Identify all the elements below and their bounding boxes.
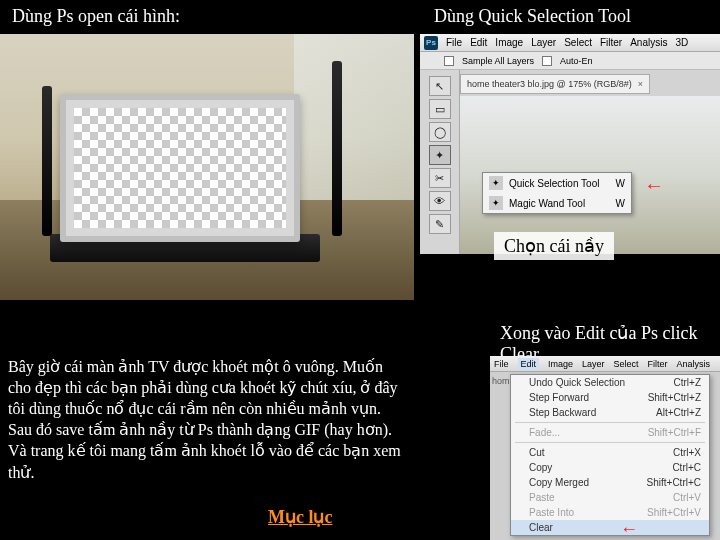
edit-pasteinto-shortcut: Shift+Ctrl+V <box>647 507 701 518</box>
edit-copymerged-label: Copy Merged <box>529 477 589 488</box>
menu2-analysis[interactable]: Analysis <box>677 359 711 369</box>
photoshop-panel: Ps File Edit Image Layer Select Filter A… <box>420 34 720 254</box>
edit-cut-label: Cut <box>529 447 545 458</box>
flyout-quick-selection[interactable]: ✦ Quick Selection Tool W <box>483 173 631 193</box>
lasso-tool-icon[interactable]: ◯ <box>429 122 451 142</box>
brush-tool-icon[interactable]: ✎ <box>429 214 451 234</box>
menu2-layer[interactable]: Layer <box>582 359 605 369</box>
edit-clear-label: Clear <box>529 522 553 533</box>
edit-dropdown-menu: Undo Quick Selection Ctrl+Z Step Forward… <box>510 374 710 536</box>
menu2-edit[interactable]: Edit <box>518 358 540 370</box>
flyout-magic-shortcut: W <box>616 198 625 209</box>
edit-paste-label: Paste <box>529 492 555 503</box>
edit-copy-shortcut: Ctrl+C <box>672 462 701 473</box>
quick-selection-tool-icon[interactable]: ✦ <box>429 145 451 165</box>
crop-tool-icon[interactable]: ✂ <box>429 168 451 188</box>
edit-pasteinto-label: Paste Into <box>529 507 574 518</box>
link-muc-luc[interactable]: Mục lục <box>268 506 332 528</box>
menu2-file[interactable]: File <box>494 359 509 369</box>
edit-stepfwd-label: Step Forward <box>529 392 589 403</box>
menu2-image[interactable]: Image <box>548 359 573 369</box>
menu-3d[interactable]: 3D <box>675 37 688 48</box>
ps-toolbar: ↖ ▭ ◯ ✦ ✂ 👁 ✎ <box>420 70 460 254</box>
checkbox-sample-all-layers[interactable] <box>444 56 454 66</box>
magic-wand-icon: ✦ <box>489 196 503 210</box>
photo-room-tv-transparent <box>0 34 414 300</box>
edit-stepfwd-shortcut: Shift+Ctrl+Z <box>648 392 701 403</box>
flyout-quick-shortcut: W <box>616 178 625 189</box>
menu2-filter[interactable]: Filter <box>648 359 668 369</box>
red-arrow-clear-icon: ← <box>620 519 638 540</box>
speaker-right <box>332 61 342 236</box>
tv-transparent-checker <box>74 108 286 228</box>
quick-selection-icon: ✦ <box>489 176 503 190</box>
edit-step-backward[interactable]: Step Backward Alt+Ctrl+Z <box>511 405 709 420</box>
edit-fade: Fade... Shift+Ctrl+F <box>511 425 709 440</box>
edit-undo-label: Undo Quick Selection <box>529 377 625 388</box>
instruction-paragraph: Bây giờ cái màn ảnh TV được khoét một ô … <box>8 356 408 483</box>
edit-copy[interactable]: Copy Ctrl+C <box>511 460 709 475</box>
annotation-chon-cai-nay: Chọn cái nầy <box>494 232 614 260</box>
edit-undo[interactable]: Undo Quick Selection Ctrl+Z <box>511 375 709 390</box>
label-sample-all-layers: Sample All Layers <box>462 56 534 66</box>
edit-paste: Paste Ctrl+V <box>511 490 709 505</box>
edit-paste-shortcut: Ctrl+V <box>673 492 701 503</box>
flyout-magic-label: Magic Wand Tool <box>509 198 585 209</box>
photoshop-edit-menu-panel: File Edit Image Layer Select Filter Anal… <box>490 356 720 540</box>
ps-options-bar: Sample All Layers Auto-En <box>420 52 720 70</box>
edit-cut[interactable]: Cut Ctrl+X <box>511 445 709 460</box>
menu-analysis[interactable]: Analysis <box>630 37 667 48</box>
ps-menu-items: File Edit Image Layer Select Filter Anal… <box>440 37 688 48</box>
menu-select[interactable]: Select <box>564 37 592 48</box>
marquee-tool-icon[interactable]: ▭ <box>429 99 451 119</box>
heading-quick-selection: Dùng Quick Selection Tool <box>434 6 631 27</box>
heading-open-image: Dùng Ps open cái hình: <box>12 6 180 27</box>
ps-menubar-2: File Edit Image Layer Select Filter Anal… <box>490 356 720 372</box>
edit-fade-label: Fade... <box>529 427 560 438</box>
doc-tab-small: hom <box>492 376 510 386</box>
edit-stepback-label: Step Backward <box>529 407 596 418</box>
edit-undo-shortcut: Ctrl+Z <box>674 377 702 388</box>
edit-clear[interactable]: Clear <box>511 520 709 535</box>
menu-filter[interactable]: Filter <box>600 37 622 48</box>
edit-copymerged-shortcut: Shift+Ctrl+C <box>647 477 701 488</box>
edit-copy-label: Copy <box>529 462 552 473</box>
menu-file[interactable]: File <box>446 37 462 48</box>
edit-cut-shortcut: Ctrl+X <box>673 447 701 458</box>
close-icon[interactable]: × <box>638 79 643 89</box>
flyout-magic-wand[interactable]: ✦ Magic Wand Tool W <box>483 193 631 213</box>
edit-stepback-shortcut: Alt+Ctrl+Z <box>656 407 701 418</box>
menu2-select[interactable]: Select <box>614 359 639 369</box>
menu-image[interactable]: Image <box>495 37 523 48</box>
flyout-quick-label: Quick Selection Tool <box>509 178 599 189</box>
eyedropper-tool-icon[interactable]: 👁 <box>429 191 451 211</box>
checkbox-auto-enhance[interactable] <box>542 56 552 66</box>
edit-copy-merged[interactable]: Copy Merged Shift+Ctrl+C <box>511 475 709 490</box>
tool-flyout-menu: ✦ Quick Selection Tool W ✦ Magic Wand To… <box>482 172 632 214</box>
menu-separator-2 <box>515 442 705 443</box>
edit-fade-shortcut: Shift+Ctrl+F <box>648 427 701 438</box>
tv-frame <box>60 94 300 242</box>
document-tab-label: home theater3 blo.jpg @ 175% (RGB/8#) <box>467 79 632 89</box>
menu-edit[interactable]: Edit <box>470 37 487 48</box>
speaker-left <box>42 86 52 236</box>
room-window <box>294 34 414 224</box>
edit-step-forward[interactable]: Step Forward Shift+Ctrl+Z <box>511 390 709 405</box>
menu-separator-1 <box>515 422 705 423</box>
red-arrow-icon: ← <box>644 174 664 197</box>
move-tool-icon[interactable]: ↖ <box>429 76 451 96</box>
label-auto-enhance: Auto-En <box>560 56 593 66</box>
menu-layer[interactable]: Layer <box>531 37 556 48</box>
edit-paste-into: Paste Into Shift+Ctrl+V <box>511 505 709 520</box>
ps-menubar: Ps File Edit Image Layer Select Filter A… <box>420 34 720 52</box>
photoshop-logo-icon: Ps <box>424 36 438 50</box>
document-tab[interactable]: home theater3 blo.jpg @ 175% (RGB/8#) × <box>460 74 650 94</box>
